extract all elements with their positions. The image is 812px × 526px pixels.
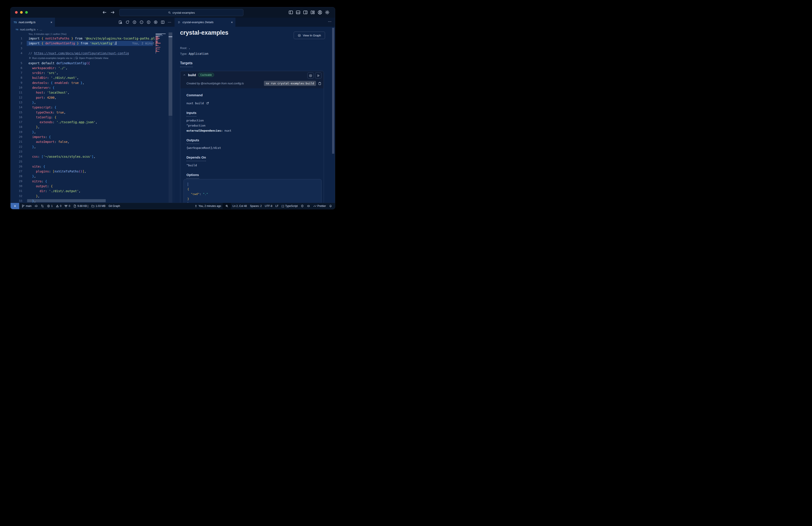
code-line-4[interactable]: 4// https://nuxt.com/docs/api/configurat… [11,51,175,56]
status-gitlens[interactable] [299,203,305,209]
customize-layout-icon[interactable] [310,10,315,15]
run-file-icon[interactable] [154,20,158,24]
code-line-32[interactable]: 32 }, [11,194,175,199]
status-git-graph[interactable]: Git Graph [107,203,121,209]
toggle-panel-icon[interactable] [296,10,301,15]
command-value[interactable]: nuxt build [186,101,209,105]
breadcrumb[interactable]: TS nuxt.config.ts › … [11,27,175,32]
tab-close-icon[interactable]: × [231,20,233,24]
code-editor[interactable]: You, 3 minutes ago | 1 author (You) 1imp… [11,32,175,203]
split-editor-icon[interactable] [161,20,165,24]
code-line-13[interactable]: 13 }, [11,100,175,105]
target-card-header[interactable]: build Cacheable Created by @nx/nuxt/plug… [180,71,324,88]
status-branch[interactable]: main [20,203,33,209]
status-eol[interactable]: LF [274,203,280,209]
tab-nuxt-config[interactable]: TS nuxt.config.ts × [11,18,55,27]
breadcrumb-file[interactable]: nuxt.config.ts [20,28,36,31]
status-encoding[interactable]: UTF-8 [263,203,274,209]
collapse-chevron-icon[interactable] [183,73,186,76]
code-line-26[interactable]: 26 vite: { [11,164,175,169]
nav-back-circle-icon[interactable] [132,20,136,24]
code-line-24[interactable]: 24 css: ['~/assets/css/styles.scss'], [11,154,175,159]
code-line-21[interactable]: 21 autoImport: false, [11,139,175,144]
code-line-2[interactable]: 2import { defineNuxtConfig } from 'nuxt/… [11,41,175,46]
status-language[interactable]: { }TypeScript [280,203,299,209]
status-blame[interactable]: You, 2 minutes ago [193,203,223,209]
code-line-5[interactable]: 5export default defineNuxtConfig({ [11,61,175,66]
status-sync[interactable] [33,203,39,209]
status-compare[interactable] [39,203,45,209]
code-line-12[interactable]: 12 port: 4200, [11,95,175,100]
code-line-16[interactable]: 16 tsConfig: { [11,115,175,120]
code-line-23[interactable]: 23 [11,149,175,154]
external-link-icon[interactable] [206,102,209,105]
nav-location-circle-icon[interactable] [140,20,144,24]
code-line-28[interactable]: 28 }, [11,174,175,179]
codelens-run-link[interactable]: Run crystal-examples targets via nx [32,57,72,59]
settings-gear-icon[interactable] [325,10,330,15]
code-line-31[interactable]: 31 dir: './dist/.output', [11,188,175,194]
code-line-25[interactable]: 25 [11,159,175,164]
account-icon[interactable] [318,10,322,15]
status-ports[interactable]: 0 [63,203,72,209]
status-copilot[interactable] [305,203,311,209]
code-line-6[interactable]: 6 workspaceDir: './', [11,66,175,70]
code-line-1[interactable]: 1import { nxViteTsPaths } from '@nx/vite… [11,36,175,41]
panel-more-actions-icon[interactable]: ⋯ [328,19,331,24]
nav-forward-circle-icon[interactable] [146,20,151,24]
navigate-back-icon[interactable] [102,10,107,15]
toggle-primary-sidebar-icon[interactable] [288,10,293,15]
copy-command-icon[interactable] [318,82,321,85]
code-line-15[interactable]: 15 typeCheck: true, [11,110,175,115]
code-line-14[interactable]: 14 typescript: { [11,105,175,110]
code-line-9[interactable]: 9 devtools: { enabled: true }, [11,80,175,85]
panel-scrollbar-thumb[interactable] [332,28,334,154]
scrollbar-thumb[interactable] [169,32,172,116]
view-in-graph-button[interactable]: View In Graph [294,32,325,39]
view-target-in-graph-button[interactable] [307,72,314,79]
codelens-open-details-link[interactable]: Open Project Details View [79,57,108,59]
options-json-box[interactable]: { "cwd": "." } [184,179,321,203]
minimap[interactable] [155,32,168,203]
status-folder-size[interactable]: 1.03 MB [90,203,107,209]
status-notifications[interactable] [328,203,334,209]
command-center-search[interactable]: crystal-examples [119,9,243,16]
editor-horizontal-scrollbar[interactable] [27,199,106,202]
run-command-chip[interactable]: nx run crystal-examples:build [264,81,316,86]
refresh-icon[interactable] [125,20,130,24]
more-actions-icon[interactable]: ⋯ [168,20,172,24]
minimize-window-button[interactable] [20,11,23,14]
remote-indicator[interactable] [11,203,19,209]
status-errors[interactable]: 1 [45,203,54,209]
status-cursor-position[interactable]: Ln 2, Col 48 [231,203,248,209]
tab-project-details[interactable]: crystal-examples Details × [175,18,235,27]
code-line-11[interactable]: 11 host: 'localhost', [11,90,175,95]
code-line-22[interactable]: 22 }, [11,144,175,149]
code-line-29[interactable]: 29 nitro: { [11,179,175,184]
code-line-10[interactable]: 10 devServer: { [11,85,175,90]
code-line-27[interactable]: 27 plugins: [nxViteTsPaths()], [11,169,175,174]
status-prettier[interactable]: ✓✓Prettier [311,203,328,209]
toggle-secondary-sidebar-icon[interactable] [303,10,308,15]
code-line-30[interactable]: 30 output: { [11,184,175,188]
status-indentation[interactable]: Spaces: 2 [248,203,263,209]
code-line-8[interactable]: 8 buildDir: './dist/.nuxt', [11,75,175,80]
status-zoom[interactable] [223,203,231,209]
open-changes-icon[interactable] [118,20,122,24]
code-line-18[interactable]: 18 }, [11,125,175,129]
codelens-row[interactable]: Run crystal-examples targets via nx | Op… [11,56,175,60]
code-line-20[interactable]: 20 imports: { [11,134,175,139]
code-line-7[interactable]: 7 srcDir: 'src', [11,70,175,75]
maximize-window-button[interactable] [25,11,28,14]
close-window-button[interactable] [15,11,18,14]
code-line-19[interactable]: 19 }, [11,130,175,134]
navigate-forward-icon[interactable] [110,10,115,15]
code-line-3[interactable]: 3 [11,46,175,51]
run-target-button[interactable] [315,72,321,79]
editor-vertical-scrollbar[interactable] [169,32,172,203]
tab-close-icon[interactable]: × [50,20,52,24]
status-warnings[interactable]: 0 [54,203,63,209]
breadcrumb-more[interactable]: … [40,28,42,31]
status-file-size[interactable]: 9.88 KB | [72,203,90,209]
code-line-17[interactable]: 17 extends: './tsconfig.app.json', [11,120,175,125]
